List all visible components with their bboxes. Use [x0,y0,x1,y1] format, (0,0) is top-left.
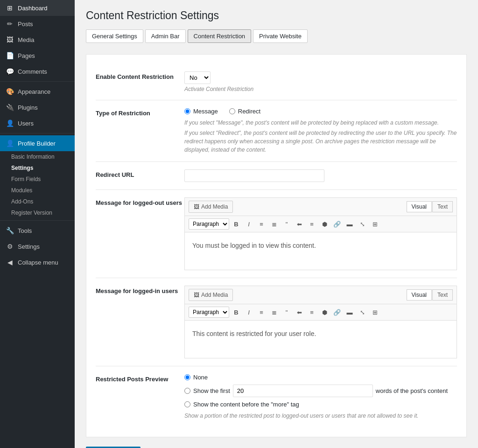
sidebar: ⊞ Dashboard ✏ Posts 🖼 Media 📄 Pages 💬 Co… [0,0,75,448]
quote-btn-logged-out[interactable]: " [281,219,292,229]
enable-restriction-row: Enable Content Restriction No Yes Activa… [96,64,457,100]
sidebar-item-profile-builder[interactable]: 👤 Profile Builder [0,135,75,151]
fullscreen-btn-logged-in[interactable]: ⤡ [357,307,368,317]
sidebar-item-tools[interactable]: 🔧 Tools [0,223,75,238]
italic-btn-logged-in[interactable]: I [243,307,254,317]
comments-icon: 💬 [6,68,14,75]
preview-hint: Show a portion of the restricted post to… [184,412,457,420]
restriction-type-row: Type of Restriction Message Redirect If … [96,100,457,162]
hr-btn-logged-in[interactable]: ▬ [344,307,355,317]
quote-btn-logged-in[interactable]: " [281,307,292,317]
profile-builder-icon: 👤 [6,140,14,147]
visual-text-tabs-logged-in: Visual Text [407,289,453,301]
align-left-btn-logged-out[interactable]: ⬅ [294,219,305,229]
editor-logged-out-content[interactable]: You must be logged in to view this conte… [185,232,457,270]
tabs-bar: General Settings Admin Bar Content Restr… [86,29,467,43]
visual-tab-logged-in[interactable]: Visual [407,289,432,301]
table-btn-logged-in[interactable]: ⊞ [369,307,380,317]
sidebar-item-media[interactable]: 🖼 Media [0,32,75,48]
main-content: Content Restriction Settings General Set… [75,0,478,448]
redirect-url-row: Redirect URL [96,162,457,190]
sidebar-sub-form-fields[interactable]: Form Fields [0,174,75,185]
restriction-type-radio-group: Message Redirect [184,108,457,115]
align-left-btn-logged-in[interactable]: ⬅ [294,307,305,317]
add-media-icon: 🖼 [194,203,199,210]
sidebar-item-comments[interactable]: 💬 Comments [0,63,75,79]
sidebar-item-pages[interactable]: 📄 Pages [0,48,75,63]
enable-restriction-select[interactable]: No Yes [184,71,211,84]
editor-logged-out-format-bar: Paragraph B I ≡ ≣ " ⬅ ≡ ⬢ 🔗 ▬ ⤡ ⊞ [185,216,457,232]
preview-words-input[interactable] [233,385,373,397]
sidebar-item-collapse[interactable]: ◀ Collapse menu [0,254,75,270]
sidebar-item-users[interactable]: 👤 Users [0,115,75,131]
restricted-preview-row: Restricted Posts Preview None Show the f… [96,366,457,427]
radio-redirect-option[interactable]: Redirect [229,108,260,115]
tab-admin-bar[interactable]: Admin Bar [145,29,186,43]
sidebar-item-appearance[interactable]: 🎨 Appearance [0,84,75,99]
sidebar-item-plugins[interactable]: 🔌 Plugins [0,99,75,115]
msg-logged-out-control: 🖼 Add Media Visual Text Paragraph B [184,197,457,270]
users-icon: 👤 [6,119,14,127]
ol-btn-logged-out[interactable]: ≣ [268,219,280,229]
preview-none-radio[interactable] [184,374,190,380]
bold-btn-logged-out[interactable]: B [231,219,242,229]
sidebar-sub-add-ons[interactable]: Add-Ons [0,196,75,207]
msg-logged-in-label: Message for logged-in users [96,286,184,294]
enable-restriction-label: Enable Content Restriction [96,71,184,80]
sidebar-item-dashboard[interactable]: ⊞ Dashboard [0,0,75,16]
align-center-btn-logged-in[interactable]: ≡ [306,307,317,317]
restricted-preview-control: None Show the first words of the post's … [184,374,457,420]
enable-restriction-hint: Activate Content Restriction [184,86,457,92]
align-right-btn-logged-out[interactable]: ⬢ [319,219,330,229]
sidebar-sub-basic-info[interactable]: Basic Information [0,151,75,162]
preview-more-radio[interactable] [184,401,190,407]
tools-icon: 🔧 [6,227,14,234]
sidebar-sub-settings[interactable]: Settings [0,162,75,174]
posts-icon: ✏ [6,20,14,28]
radio-message-option[interactable]: Message [184,108,218,115]
ul-btn-logged-in[interactable]: ≡ [256,307,267,317]
fullscreen-btn-logged-out[interactable]: ⤡ [357,219,368,229]
tab-content-restriction[interactable]: Content Restriction [188,29,252,43]
preview-more-option[interactable]: Show the content before the "more" tag [184,401,457,408]
ul-btn-logged-out[interactable]: ≡ [256,219,267,229]
radio-message-input[interactable] [184,108,190,114]
ol-btn-logged-in[interactable]: ≣ [268,307,280,317]
visual-tab-logged-out[interactable]: Visual [407,201,432,212]
link-btn-logged-out[interactable]: 🔗 [331,219,343,229]
preview-none-option[interactable]: None [184,374,457,381]
table-btn-logged-out[interactable]: ⊞ [369,219,380,229]
tab-private-website[interactable]: Private Website [253,29,308,43]
desc-redirect: If you select "Redirect", the post's con… [184,129,457,154]
align-right-btn-logged-in[interactable]: ⬢ [319,307,330,317]
hr-btn-logged-out[interactable]: ▬ [344,219,355,229]
sidebar-divider-1 [0,81,75,82]
desc-message: If you select "Message", the post's cont… [184,119,457,127]
link-btn-logged-in[interactable]: 🔗 [331,307,343,317]
appearance-icon: 🎨 [6,88,14,95]
bold-btn-logged-in[interactable]: B [231,307,242,317]
text-tab-logged-in[interactable]: Text [432,289,453,301]
sidebar-sub-register-version[interactable]: Register Version [0,207,75,218]
redirect-url-input[interactable] [184,169,324,182]
sidebar-divider-2 [0,133,75,133]
preview-first-radio[interactable] [184,388,190,394]
tab-general[interactable]: General Settings [86,29,143,43]
paragraph-select-logged-in[interactable]: Paragraph [189,307,229,318]
msg-logged-out-label: Message for logged-out users [96,197,184,206]
add-media-logged-out-button[interactable]: 🖼 Add Media [189,201,233,213]
add-media-logged-in-button[interactable]: 🖼 Add Media [189,289,233,301]
sidebar-item-settings[interactable]: ⚙ Settings [0,238,75,254]
sidebar-sub-modules[interactable]: Modules [0,185,75,196]
paragraph-select-logged-out[interactable]: Paragraph [189,218,229,230]
settings-section: Enable Content Restriction No Yes Activa… [86,54,467,437]
align-center-btn-logged-out[interactable]: ≡ [306,219,317,229]
preview-first-option[interactable]: Show the first words of the post's conte… [184,385,457,397]
radio-redirect-input[interactable] [229,108,235,114]
italic-btn-logged-out[interactable]: I [243,219,254,229]
editor-logged-in-content[interactable]: This content is restricted for your user… [185,321,457,358]
sidebar-item-posts[interactable]: ✏ Posts [0,16,75,32]
preview-more-label: Show the content before the "more" tag [193,401,299,408]
page-title: Content Restriction Settings [86,9,467,22]
text-tab-logged-out[interactable]: Text [432,201,453,212]
